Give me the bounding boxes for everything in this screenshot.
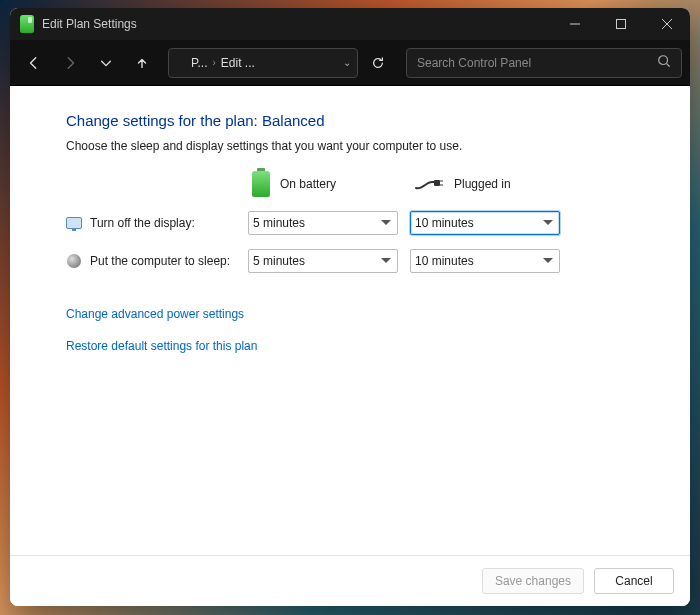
column-label-plugged: Plugged in: [454, 177, 511, 191]
battery-icon: [252, 171, 270, 197]
window: Edit Plan Settings P...: [10, 8, 690, 606]
svg-rect-2: [434, 180, 440, 186]
search-box[interactable]: [406, 48, 682, 78]
cancel-button[interactable]: Cancel: [594, 568, 674, 594]
display-battery-select[interactable]: 5 minutes: [248, 211, 398, 235]
column-plugged-in: Plugged in: [410, 177, 560, 191]
row-display-text: Turn off the display:: [90, 216, 195, 230]
minimize-button[interactable]: [552, 8, 598, 40]
page-heading: Change settings for the plan: Balanced: [66, 112, 634, 129]
navbar: P... › Edit ... ⌄: [10, 40, 690, 86]
window-title: Edit Plan Settings: [42, 17, 137, 31]
address-icon: [175, 56, 185, 70]
settings-grid: On battery Plugged in Turn off the displ…: [66, 171, 634, 273]
back-button[interactable]: [18, 48, 50, 78]
sleep-battery-select[interactable]: 5 minutes: [248, 249, 398, 273]
sleep-plugged-select[interactable]: 10 minutes: [410, 249, 560, 273]
chevron-down-icon[interactable]: ⌄: [343, 57, 351, 68]
breadcrumb-seg2: Edit ...: [221, 56, 255, 70]
refresh-button[interactable]: [362, 48, 394, 78]
row-display-label: Turn off the display:: [66, 215, 236, 231]
links-section: Change advanced power settings Restore d…: [66, 307, 634, 353]
row-sleep-text: Put the computer to sleep:: [90, 254, 230, 268]
display-plugged-select[interactable]: 10 minutes: [410, 211, 560, 235]
page-subtext: Choose the sleep and display settings th…: [66, 139, 634, 153]
save-button[interactable]: Save changes: [482, 568, 584, 594]
row-sleep-label: Put the computer to sleep:: [66, 253, 236, 269]
maximize-button[interactable]: [598, 8, 644, 40]
link-restore-defaults[interactable]: Restore default settings for this plan: [66, 339, 634, 353]
breadcrumb-seg1: P...: [191, 56, 207, 70]
svg-rect-0: [617, 20, 626, 29]
display-icon: [66, 215, 82, 231]
recent-locations-button[interactable]: [90, 48, 122, 78]
close-button[interactable]: [644, 8, 690, 40]
link-advanced-settings[interactable]: Change advanced power settings: [66, 307, 634, 321]
footer: Save changes Cancel: [10, 555, 690, 606]
search-input[interactable]: [417, 56, 657, 70]
content-area: Change settings for the plan: Balanced C…: [10, 86, 690, 555]
svg-point-1: [659, 56, 668, 65]
chevron-right-icon: ›: [212, 57, 215, 68]
app-icon: [20, 15, 34, 33]
sleep-icon: [66, 253, 82, 269]
column-on-battery: On battery: [248, 171, 398, 197]
plug-icon: [414, 177, 444, 191]
titlebar: Edit Plan Settings: [10, 8, 690, 40]
forward-button[interactable]: [54, 48, 86, 78]
window-controls: [552, 8, 690, 40]
address-bar[interactable]: P... › Edit ... ⌄: [168, 48, 358, 78]
up-button[interactable]: [126, 48, 158, 78]
search-icon[interactable]: [657, 54, 671, 71]
column-label-battery: On battery: [280, 177, 336, 191]
